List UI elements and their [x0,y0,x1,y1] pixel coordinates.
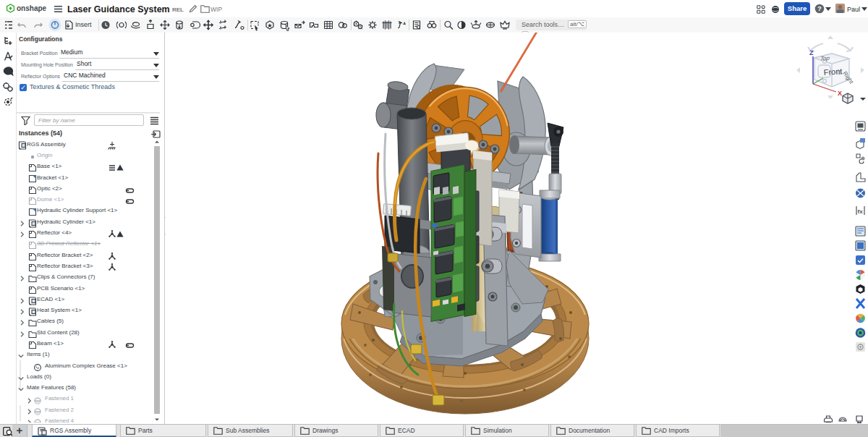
svg-text:Front: Front [823,67,842,77]
svg-text:fx: fx [858,208,864,215]
svg-text:Z: Z [809,49,814,56]
svg-text:?: ? [817,4,822,12]
